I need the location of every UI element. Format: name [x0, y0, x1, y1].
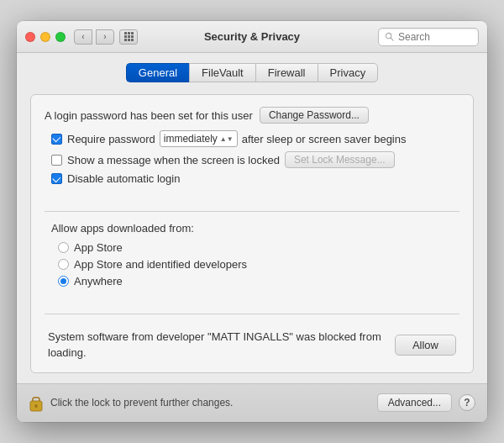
close-button[interactable] — [25, 32, 35, 42]
disable-autologin-row: Disable automatic login — [45, 172, 459, 185]
traffic-lights — [25, 32, 66, 42]
app-store-identified-radio[interactable] — [58, 259, 69, 270]
app-store-identified-label: App Store and identified developers — [74, 258, 247, 271]
back-button[interactable]: ‹ — [74, 29, 92, 45]
require-password-label: Require password — [67, 133, 155, 145]
allow-apps-section: Allow apps downloaded from: App Store Ap… — [45, 222, 459, 292]
blocked-text: System software from developer "MATT ING… — [48, 330, 385, 360]
tab-bar: General FileVault Firewall Privacy — [30, 63, 474, 82]
anywhere-label: Anywhere — [74, 275, 123, 287]
show-message-row: Show a message when the screen is locked… — [45, 151, 459, 168]
advanced-button[interactable]: Advanced... — [377, 393, 452, 412]
search-input[interactable] — [398, 31, 472, 43]
settings-panel: A login password has been set for this u… — [30, 94, 474, 372]
lock-text: Click the lock to prevent further change… — [50, 397, 377, 409]
tab-privacy[interactable]: Privacy — [318, 63, 379, 82]
login-password-section: A login password has been set for this u… — [45, 107, 459, 189]
help-button[interactable]: ? — [459, 394, 475, 411]
svg-line-1 — [391, 38, 393, 40]
app-store-radio[interactable] — [58, 242, 69, 253]
divider-1 — [45, 211, 459, 212]
search-icon — [385, 32, 394, 41]
show-message-checkbox[interactable] — [51, 155, 62, 166]
allow-apps-label: Allow apps downloaded from: — [45, 222, 459, 235]
anywhere-row: Anywhere — [45, 275, 459, 287]
lock-icon[interactable] — [29, 393, 44, 412]
app-store-label: App Store — [74, 241, 123, 254]
show-message-label: Show a message when the screen is locked — [67, 154, 280, 166]
content-area: General FileVault Firewall Privacy A log… — [17, 53, 487, 382]
require-password-checkbox[interactable] — [51, 134, 62, 145]
blocked-software-row: System software from developer "MATT ING… — [45, 330, 459, 360]
titlebar: ‹ › Security & Privacy — [17, 21, 487, 53]
allow-button[interactable]: Allow — [395, 335, 456, 356]
grid-icon — [124, 32, 134, 41]
app-store-identified-row: App Store and identified developers — [45, 258, 459, 271]
set-lock-message-button[interactable]: Set Lock Message... — [285, 151, 395, 168]
tab-general[interactable]: General — [126, 63, 189, 82]
login-password-row: A login password has been set for this u… — [45, 107, 459, 124]
grid-view-button[interactable] — [119, 29, 138, 45]
minimize-button[interactable] — [40, 32, 50, 42]
immediately-value: immediately — [164, 133, 218, 145]
disable-autologin-checkbox[interactable] — [51, 173, 62, 184]
after-sleep-text: after sleep or screen saver begins — [242, 133, 407, 145]
change-password-button[interactable]: Change Password... — [260, 107, 369, 124]
maximize-button[interactable] — [55, 32, 66, 42]
login-password-text: A login password has been set for this u… — [45, 109, 253, 122]
anywhere-radio[interactable] — [58, 276, 69, 287]
nav-buttons: ‹ › — [74, 29, 114, 45]
bottom-bar: Click the lock to prevent further change… — [17, 383, 487, 422]
svg-rect-3 — [35, 404, 38, 408]
forward-button[interactable]: › — [96, 29, 114, 45]
immediately-dropdown[interactable]: immediately ▲▼ — [160, 130, 238, 147]
divider-2 — [45, 314, 459, 314]
disable-autologin-label: Disable automatic login — [67, 172, 180, 185]
main-window: ‹ › Security & Privacy General FileVault… — [17, 21, 487, 421]
require-password-row: Require password immediately ▲▼ after sl… — [45, 130, 459, 147]
tab-filevault[interactable]: FileVault — [189, 63, 255, 82]
window-title: Security & Privacy — [204, 30, 300, 43]
search-box[interactable] — [378, 28, 479, 46]
app-store-row: App Store — [45, 241, 459, 254]
dropdown-arrow-icon: ▲▼ — [220, 135, 234, 143]
tab-firewall[interactable]: Firewall — [255, 63, 318, 82]
